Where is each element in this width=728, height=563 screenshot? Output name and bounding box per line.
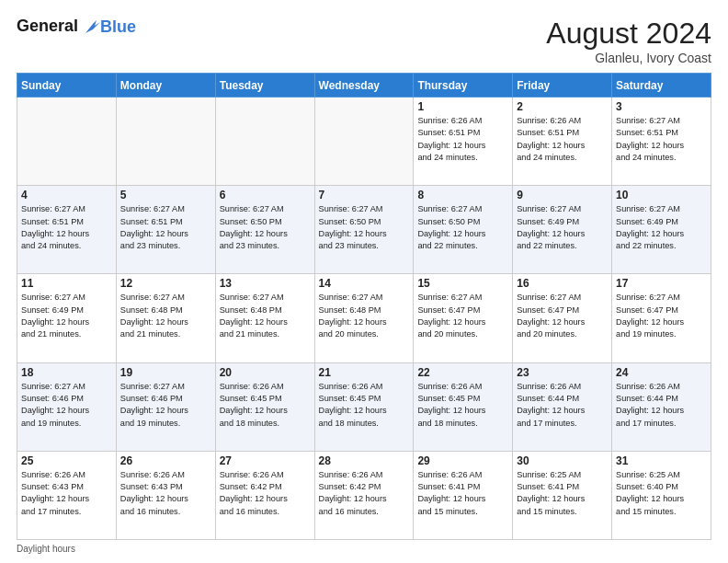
month-year-title: August 2024 (546, 17, 711, 51)
day-info: Sunrise: 6:27 AM Sunset: 6:51 PM Dayligh… (21, 203, 112, 252)
logo-blue-text: Blue (100, 17, 136, 37)
table-row: 5Sunrise: 6:27 AM Sunset: 6:51 PM Daylig… (116, 186, 215, 274)
calendar-week-row: 11Sunrise: 6:27 AM Sunset: 6:49 PM Dayli… (17, 274, 711, 362)
day-info: Sunrise: 6:26 AM Sunset: 6:51 PM Dayligh… (417, 115, 508, 164)
table-row: 18Sunrise: 6:27 AM Sunset: 6:46 PM Dayli… (17, 362, 117, 451)
table-row (116, 98, 215, 186)
table-row: 27Sunrise: 6:26 AM Sunset: 6:42 PM Dayli… (215, 451, 314, 539)
day-info: Sunrise: 6:26 AM Sunset: 6:51 PM Dayligh… (517, 115, 608, 164)
day-info: Sunrise: 6:26 AM Sunset: 6:45 PM Dayligh… (220, 381, 311, 430)
table-row: 20Sunrise: 6:26 AM Sunset: 6:45 PM Dayli… (215, 362, 314, 451)
calendar-week-row: 18Sunrise: 6:27 AM Sunset: 6:46 PM Dayli… (17, 362, 711, 451)
day-number: 15 (417, 277, 508, 290)
header: General Blue August 2024 Glanleu, Ivory … (17, 17, 711, 65)
day-number: 20 (220, 366, 311, 379)
table-row: 31Sunrise: 6:25 AM Sunset: 6:40 PM Dayli… (612, 451, 711, 539)
day-number: 30 (517, 454, 608, 467)
col-sunday: Sunday (17, 74, 117, 98)
day-info: Sunrise: 6:27 AM Sunset: 6:47 PM Dayligh… (417, 292, 508, 340)
day-info: Sunrise: 6:27 AM Sunset: 6:48 PM Dayligh… (120, 292, 211, 340)
table-row: 19Sunrise: 6:27 AM Sunset: 6:46 PM Dayli… (116, 362, 215, 451)
table-row: 15Sunrise: 6:27 AM Sunset: 6:47 PM Dayli… (414, 274, 513, 362)
day-number: 1 (417, 100, 508, 113)
table-row: 3Sunrise: 6:27 AM Sunset: 6:51 PM Daylig… (612, 98, 711, 186)
table-row: 14Sunrise: 6:27 AM Sunset: 6:48 PM Dayli… (314, 274, 414, 362)
day-info: Sunrise: 6:27 AM Sunset: 6:50 PM Dayligh… (220, 203, 311, 252)
table-row: 7Sunrise: 6:27 AM Sunset: 6:50 PM Daylig… (314, 186, 414, 274)
day-number: 26 (120, 454, 211, 467)
day-info: Sunrise: 6:26 AM Sunset: 6:43 PM Dayligh… (21, 469, 112, 518)
table-row (17, 98, 117, 186)
day-number: 10 (616, 189, 707, 201)
day-number: 18 (21, 366, 112, 379)
table-row: 22Sunrise: 6:26 AM Sunset: 6:45 PM Dayli… (414, 362, 513, 451)
col-saturday: Saturday (612, 74, 711, 98)
table-row (215, 98, 314, 186)
day-number: 7 (319, 189, 410, 201)
day-info: Sunrise: 6:26 AM Sunset: 6:44 PM Dayligh… (517, 381, 608, 430)
table-row: 13Sunrise: 6:27 AM Sunset: 6:48 PM Dayli… (215, 274, 314, 362)
day-info: Sunrise: 6:26 AM Sunset: 6:42 PM Dayligh… (220, 469, 311, 518)
day-number: 3 (616, 100, 707, 113)
day-info: Sunrise: 6:27 AM Sunset: 6:46 PM Dayligh… (21, 381, 112, 430)
calendar-week-row: 4Sunrise: 6:27 AM Sunset: 6:51 PM Daylig… (17, 186, 711, 274)
day-info: Sunrise: 6:27 AM Sunset: 6:49 PM Dayligh… (517, 203, 608, 252)
day-number: 4 (21, 189, 112, 201)
table-row: 16Sunrise: 6:27 AM Sunset: 6:47 PM Dayli… (513, 274, 612, 362)
day-number: 27 (220, 454, 311, 467)
day-info: Sunrise: 6:27 AM Sunset: 6:51 PM Dayligh… (616, 115, 707, 164)
table-row: 30Sunrise: 6:25 AM Sunset: 6:41 PM Dayli… (513, 451, 612, 539)
logo-bird-icon (80, 17, 100, 37)
title-block: August 2024 Glanleu, Ivory Coast (546, 17, 711, 65)
day-number: 21 (319, 366, 410, 379)
calendar-header-row: Sunday Monday Tuesday Wednesday Thursday… (17, 74, 711, 98)
table-row: 10Sunrise: 6:27 AM Sunset: 6:49 PM Dayli… (612, 186, 711, 274)
table-row: 29Sunrise: 6:26 AM Sunset: 6:41 PM Dayli… (414, 451, 513, 539)
day-info: Sunrise: 6:27 AM Sunset: 6:51 PM Dayligh… (120, 203, 211, 252)
day-number: 28 (319, 454, 410, 467)
table-row (314, 98, 414, 186)
day-info: Sunrise: 6:26 AM Sunset: 6:41 PM Dayligh… (417, 469, 508, 518)
table-row: 21Sunrise: 6:26 AM Sunset: 6:45 PM Dayli… (314, 362, 414, 451)
col-monday: Monday (116, 74, 215, 98)
table-row: 1Sunrise: 6:26 AM Sunset: 6:51 PM Daylig… (414, 98, 513, 186)
day-number: 23 (517, 366, 608, 379)
day-info: Sunrise: 6:26 AM Sunset: 6:43 PM Dayligh… (120, 469, 211, 518)
day-info: Sunrise: 6:27 AM Sunset: 6:47 PM Dayligh… (517, 292, 608, 340)
table-row: 6Sunrise: 6:27 AM Sunset: 6:50 PM Daylig… (215, 186, 314, 274)
table-row: 26Sunrise: 6:26 AM Sunset: 6:43 PM Dayli… (116, 451, 215, 539)
day-number: 2 (517, 100, 608, 113)
day-info: Sunrise: 6:26 AM Sunset: 6:45 PM Dayligh… (319, 381, 410, 430)
day-info: Sunrise: 6:26 AM Sunset: 6:44 PM Dayligh… (616, 381, 707, 430)
table-row: 11Sunrise: 6:27 AM Sunset: 6:49 PM Dayli… (17, 274, 117, 362)
day-number: 14 (319, 277, 410, 290)
day-number: 16 (517, 277, 608, 290)
logo: General Blue (17, 17, 136, 37)
table-row: 24Sunrise: 6:26 AM Sunset: 6:44 PM Dayli… (612, 362, 711, 451)
table-row: 9Sunrise: 6:27 AM Sunset: 6:49 PM Daylig… (513, 186, 612, 274)
col-wednesday: Wednesday (314, 74, 414, 98)
day-info: Sunrise: 6:27 AM Sunset: 6:48 PM Dayligh… (319, 292, 410, 340)
table-row: 23Sunrise: 6:26 AM Sunset: 6:44 PM Dayli… (513, 362, 612, 451)
table-row: 4Sunrise: 6:27 AM Sunset: 6:51 PM Daylig… (17, 186, 117, 274)
table-row: 25Sunrise: 6:26 AM Sunset: 6:43 PM Dayli… (17, 451, 117, 539)
day-number: 13 (220, 277, 311, 290)
day-info: Sunrise: 6:27 AM Sunset: 6:50 PM Dayligh… (417, 203, 508, 252)
col-thursday: Thursday (414, 74, 513, 98)
day-number: 29 (417, 454, 508, 467)
day-number: 5 (120, 189, 211, 201)
calendar-table: Sunday Monday Tuesday Wednesday Thursday… (17, 73, 711, 540)
logo-text: General (17, 17, 100, 37)
day-info: Sunrise: 6:27 AM Sunset: 6:47 PM Dayligh… (616, 292, 707, 340)
day-info: Sunrise: 6:27 AM Sunset: 6:46 PM Dayligh… (120, 381, 211, 430)
day-number: 31 (616, 454, 707, 467)
footer-note: Daylight hours (17, 544, 711, 554)
day-number: 19 (120, 366, 211, 379)
table-row: 8Sunrise: 6:27 AM Sunset: 6:50 PM Daylig… (414, 186, 513, 274)
day-info: Sunrise: 6:25 AM Sunset: 6:41 PM Dayligh… (517, 469, 608, 518)
day-number: 22 (417, 366, 508, 379)
day-number: 17 (616, 277, 707, 290)
table-row: 17Sunrise: 6:27 AM Sunset: 6:47 PM Dayli… (612, 274, 711, 362)
day-number: 24 (616, 366, 707, 379)
day-info: Sunrise: 6:27 AM Sunset: 6:50 PM Dayligh… (319, 203, 410, 252)
